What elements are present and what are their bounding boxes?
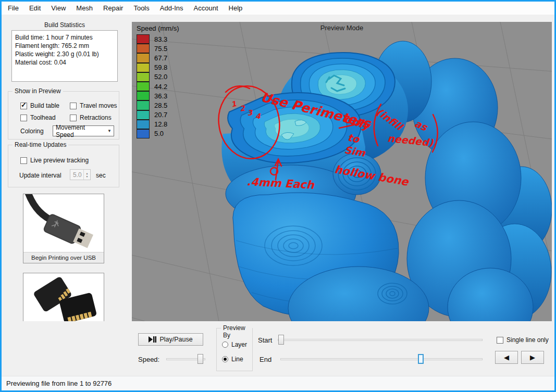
annotation-digit-4: 4 xyxy=(255,112,261,120)
legend-entry: 12.8 xyxy=(137,120,179,129)
legend-color-swatch xyxy=(137,110,150,120)
radio-circle xyxy=(222,342,228,348)
end-slider[interactable] xyxy=(280,354,483,364)
legend-value: 83.3 xyxy=(154,35,167,43)
checkbox-box xyxy=(70,115,77,121)
update-interval-unit: sec xyxy=(96,172,106,179)
radio-line[interactable]: Line xyxy=(222,356,243,363)
legend-value: 67.7 xyxy=(154,54,167,62)
checkbox-single-line-only[interactable]: Single line only xyxy=(497,336,549,344)
usb-plug-image xyxy=(23,194,104,252)
legend-color-swatch xyxy=(137,82,150,91)
status-bar: Previewing file from line 1 to 92776 xyxy=(2,376,554,390)
checkbox-label: Travel moves xyxy=(80,102,117,109)
checkbox-retractions[interactable]: Retractions xyxy=(70,114,112,121)
checkbox-label: Single line only xyxy=(506,336,549,344)
start-slider-thumb[interactable] xyxy=(278,335,284,345)
legend-entry: 5.0 xyxy=(137,129,179,138)
checkbox-label: Build table xyxy=(30,102,59,109)
checkbox-box: ✓ xyxy=(20,103,27,109)
legend-entry: 44.2 xyxy=(137,82,179,91)
left-arrow-icon: ◀ xyxy=(504,353,509,361)
menu-account[interactable]: Account xyxy=(189,2,224,15)
menu-view[interactable]: View xyxy=(46,2,71,15)
legend-value: 20.7 xyxy=(154,111,167,119)
checkbox-live-preview-tracking[interactable]: Live preview tracking xyxy=(20,157,89,164)
end-slider-thumb[interactable] xyxy=(418,354,424,364)
speed-label: Speed: xyxy=(138,356,159,363)
menu-mesh[interactable]: Mesh xyxy=(71,2,98,15)
preview-by-title: Preview By xyxy=(221,324,252,339)
legend-color-swatch xyxy=(137,34,150,44)
show-in-preview-group: Show in Preview ✓ Build table Travel mov… xyxy=(8,91,119,140)
menu-add-ins[interactable]: Add-Ins xyxy=(155,2,189,15)
legend-value: 12.8 xyxy=(154,120,167,128)
legend-entry: 52.0 xyxy=(137,72,179,82)
checkbox-toolhead[interactable]: Toolhead xyxy=(20,114,56,121)
toolpath-render: Use Perimeters only to Sim hollow bone (… xyxy=(132,22,552,321)
end-label: End xyxy=(260,356,271,363)
update-interval-spinner[interactable]: 5.0 ▲▼ xyxy=(70,169,91,180)
previous-step-button[interactable]: ◀ xyxy=(495,351,518,364)
playback-controls: Play/Pause Speed: Preview By Layer Line … xyxy=(2,321,554,376)
legend-entry: 83.3 xyxy=(137,34,179,44)
legend-value: 52.0 xyxy=(154,73,167,81)
speed-legend-title: Speed (mm/s) xyxy=(137,24,179,32)
legend-color-swatch xyxy=(137,53,150,62)
radio-label: Layer xyxy=(231,341,247,348)
end-slider-track[interactable] xyxy=(280,358,483,360)
stat-plastic-weight: Plastic weight: 2.30 g (0.01 lb) xyxy=(15,50,114,58)
radio-layer[interactable]: Layer xyxy=(222,341,247,348)
speed-slider[interactable] xyxy=(166,354,205,364)
checkbox-box xyxy=(70,103,77,109)
build-statistics-title: Build Statistics xyxy=(11,21,118,29)
menu-edit[interactable]: Edit xyxy=(24,2,46,15)
speed-slider-thumb[interactable] xyxy=(197,354,203,364)
legend-entry: 20.7 xyxy=(137,110,179,120)
checkbox-label: Retractions xyxy=(80,114,112,121)
coloring-dropdown[interactable]: Movement Speed ▼ xyxy=(53,125,114,136)
start-slider[interactable] xyxy=(278,335,483,345)
play-pause-label: Play/Pause xyxy=(159,336,192,343)
show-in-preview-title: Show in Preview xyxy=(13,87,63,95)
legend-color-swatch xyxy=(137,44,150,53)
legend-entry: 28.5 xyxy=(137,100,179,110)
menu-tools[interactable]: Tools xyxy=(128,2,154,15)
speed-legend: Speed (mm/s) 83.375.567.759.852.044.236.… xyxy=(137,24,179,138)
start-slider-track[interactable] xyxy=(278,339,483,341)
checkbox-box xyxy=(20,115,27,121)
chevron-down-icon: ▼ xyxy=(107,129,112,133)
realtime-updates-group: Real-time Updates Live preview tracking … xyxy=(8,145,119,187)
spinner-arrows[interactable]: ▲▼ xyxy=(83,170,90,180)
preview-mode-label: Preview Mode xyxy=(320,24,363,32)
checkbox-box xyxy=(20,157,27,164)
next-step-button[interactable]: ▶ xyxy=(521,351,544,364)
update-interval-label: Update interval xyxy=(19,172,61,179)
legend-value: 28.5 xyxy=(154,102,167,109)
menu-repair[interactable]: Repair xyxy=(98,2,128,15)
legend-color-swatch xyxy=(137,91,150,100)
annotation-digit-1: 1 xyxy=(230,99,238,109)
stat-build-time: Build time: 1 hour 7 minutes xyxy=(15,33,114,42)
menu-file[interactable]: File xyxy=(3,2,24,15)
coloring-dropdown-value: Movement Speed xyxy=(56,124,104,138)
realtime-updates-title: Real-time Updates xyxy=(13,141,68,148)
radio-circle-selected xyxy=(222,356,228,362)
spin-down-icon[interactable]: ▼ xyxy=(86,175,89,178)
checkbox-travel-moves[interactable]: Travel moves xyxy=(70,102,117,109)
update-interval-value: 5.0 xyxy=(73,171,82,179)
menu-help[interactable]: Help xyxy=(224,2,248,15)
legend-value: 75.5 xyxy=(154,45,167,53)
stat-filament-length: Filament length: 765.2 mm xyxy=(15,42,114,50)
play-pause-button[interactable]: Play/Pause xyxy=(138,333,203,346)
legend-color-swatch xyxy=(137,100,150,110)
preview-3d-viewport[interactable]: Use Perimeters only to Sim hollow bone (… xyxy=(132,22,552,321)
legend-value: 5.0 xyxy=(154,130,164,137)
begin-printing-usb-button[interactable]: Begin Printing over USB xyxy=(23,194,104,263)
legend-color-swatch xyxy=(137,63,150,72)
right-arrow-icon: ▶ xyxy=(530,353,535,361)
build-statistics-box: Build time: 1 hour 7 minutes Filament le… xyxy=(11,30,118,82)
app-window: File Edit View Mesh Repair Tools Add-Ins… xyxy=(0,0,556,392)
checkbox-build-table[interactable]: ✓ Build table xyxy=(20,102,59,109)
menu-bar: File Edit View Mesh Repair Tools Add-Ins… xyxy=(2,2,554,15)
